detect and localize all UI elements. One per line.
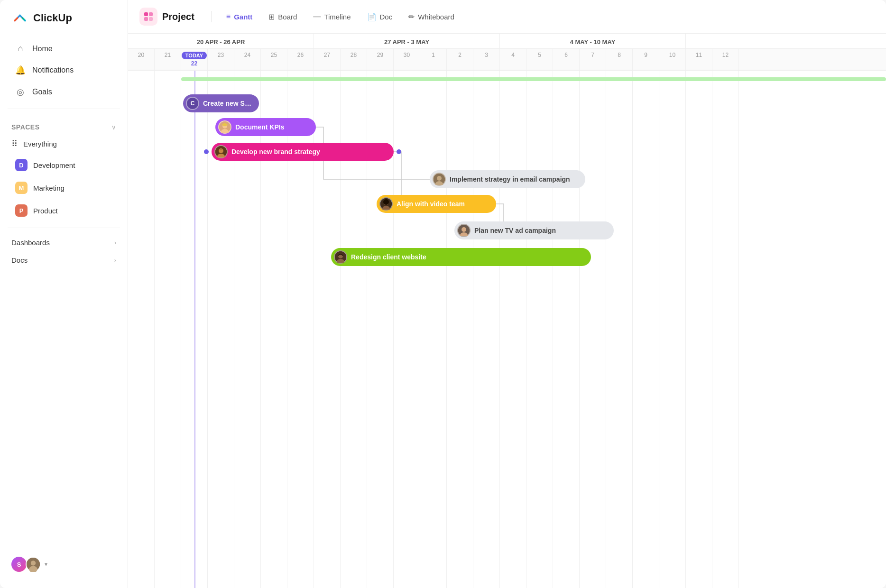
bell-icon: 🔔 <box>15 65 26 75</box>
gantt-day-21: 21 <box>155 49 181 70</box>
drag-dot-left[interactable] <box>204 149 209 154</box>
sidebar-item-product[interactable]: P Product <box>4 200 124 221</box>
home-icon: ⌂ <box>15 44 26 54</box>
spaces-label: Spaces <box>11 123 40 131</box>
spaces-chevron-icon[interactable]: ∨ <box>111 124 116 131</box>
gantt-day-9: 9 <box>633 49 659 70</box>
board-icon: ⊞ <box>268 12 275 21</box>
docs-label: Docs <box>11 256 28 264</box>
gantt-header: 20 APR - 26 APR27 APR - 3 MAY4 MAY - 10 … <box>128 34 886 71</box>
task-label-4: Align with video team <box>397 200 465 208</box>
svg-point-15 <box>437 176 442 181</box>
tab-doc[interactable]: 📄 Doc <box>360 9 399 25</box>
avatar-s: S <box>11 557 27 572</box>
dashboards-section[interactable]: Dashboards › <box>0 234 128 251</box>
logo-area: ClickUp <box>0 9 128 38</box>
gantt-grid-col-19 <box>633 71 659 588</box>
sidebar: ClickUp ⌂ Home 🔔 Notifications ◎ Goals S… <box>0 0 128 588</box>
gantt-body: CCreate new SLA for clientDocument KPIsD… <box>128 71 886 588</box>
main-content: Project ≡ Gantt ⊞ Board — Timeline 📄 Doc… <box>128 0 886 588</box>
gantt-day-5: 5 <box>526 49 553 70</box>
gantt-day-6: 6 <box>553 49 580 70</box>
task-avatar-6 <box>334 250 347 264</box>
gantt-day-4: 4 <box>500 49 526 70</box>
gantt-day-1: 1 <box>420 49 447 70</box>
task-avatar-1 <box>218 120 231 134</box>
progress-bar <box>181 77 886 81</box>
marketing-label: Marketing <box>33 184 65 192</box>
gantt-grid-col-18 <box>606 71 633 588</box>
gantt-period-0: 20 APR - 26 APR <box>128 34 314 48</box>
tab-whiteboard-label: Whiteboard <box>418 13 454 21</box>
gantt-icon: ≡ <box>226 12 231 21</box>
task-avatar-3 <box>433 173 446 186</box>
task-bar-1[interactable]: Document KPIs <box>215 118 316 136</box>
gantt-day-2: 2 <box>447 49 473 70</box>
sidebar-item-marketing[interactable]: M Marketing <box>4 177 124 199</box>
sidebar-item-development[interactable]: D Development <box>4 154 124 176</box>
gantt-chart: 20 APR - 26 APR27 APR - 3 MAY4 MAY - 10 … <box>128 34 886 588</box>
task-bar-2[interactable]: Develop new brand strategy <box>212 143 394 161</box>
tab-divider <box>212 11 212 22</box>
today-vertical-line <box>194 71 195 588</box>
gantt-period-2: 4 MAY - 10 MAY <box>500 34 686 48</box>
gantt-grid-col-1 <box>155 71 181 588</box>
timeline-icon: — <box>313 12 321 21</box>
doc-icon: 📄 <box>367 12 377 21</box>
sidebar-item-everything[interactable]: ⠿ Everything <box>0 134 128 154</box>
gantt-day-26: 26 <box>287 49 314 70</box>
docs-section[interactable]: Docs › <box>0 251 128 269</box>
drag-dot-right[interactable] <box>397 149 401 154</box>
svg-rect-3 <box>144 12 148 16</box>
gantt-grid-col-15 <box>526 71 553 588</box>
task-bar-0[interactable]: CCreate new SLA for client <box>183 94 259 112</box>
tab-doc-label: Doc <box>380 13 393 21</box>
nav-home-label: Home <box>32 45 53 53</box>
svg-rect-4 <box>149 12 153 16</box>
goals-icon: ◎ <box>15 87 26 97</box>
gantt-day-27: 27 <box>314 49 341 70</box>
svg-point-20 <box>383 199 389 205</box>
user-area[interactable]: S ▾ <box>0 550 128 579</box>
tab-gantt-label: Gantt <box>234 13 252 21</box>
task-bar-5[interactable]: Plan new TV ad campaign <box>454 221 614 239</box>
sidebar-item-notifications[interactable]: 🔔 Notifications <box>4 60 124 81</box>
sidebar-divider-2 <box>8 228 120 228</box>
task-label-0: Create new SLA for client <box>203 100 253 107</box>
gantt-day-3: 3 <box>473 49 500 70</box>
nav-notifications-label: Notifications <box>32 66 74 74</box>
today-tag: TODAY <box>182 52 207 59</box>
tab-timeline-label: Timeline <box>324 13 351 21</box>
topbar: Project ≡ Gantt ⊞ Board — Timeline 📄 Doc… <box>128 0 886 34</box>
gantt-day-12: 12 <box>712 49 739 70</box>
gantt-day-8: 8 <box>606 49 633 70</box>
task-bar-4[interactable]: Align with video team <box>377 195 496 213</box>
gantt-day-23: 23 <box>208 49 234 70</box>
tab-whiteboard[interactable]: ✏ Whiteboard <box>402 9 461 25</box>
gantt-grid-col-10 <box>394 71 420 588</box>
gantt-grid-col-12 <box>447 71 473 588</box>
clickup-logo-icon <box>11 9 28 27</box>
task-label-1: Document KPIs <box>235 123 284 131</box>
sidebar-item-home[interactable]: ⌂ Home <box>4 38 124 59</box>
tab-timeline[interactable]: — Timeline <box>306 9 357 24</box>
project-tab: Project <box>139 8 194 26</box>
tab-gantt[interactable]: ≡ Gantt <box>220 9 259 24</box>
tab-board[interactable]: ⊞ Board <box>262 9 304 25</box>
gantt-day-10: 10 <box>659 49 686 70</box>
svg-point-10 <box>222 123 228 126</box>
task-avatar-4 <box>379 197 393 211</box>
product-badge: P <box>15 204 28 217</box>
nav-goals-label: Goals <box>32 88 52 96</box>
development-label: Development <box>33 161 75 169</box>
tab-board-label: Board <box>278 13 297 21</box>
user-dropdown-icon: ▾ <box>45 561 47 568</box>
task-bar-3[interactable]: Implement strategy in email campaign <box>430 170 585 188</box>
gantt-period-row: 20 APR - 26 APR27 APR - 3 MAY4 MAY - 10 … <box>128 34 886 49</box>
gantt-grid-col-14 <box>500 71 526 588</box>
avatar-photo <box>26 557 41 572</box>
gantt-day-29: 29 <box>367 49 394 70</box>
sidebar-item-goals[interactable]: ◎ Goals <box>4 82 124 102</box>
task-bar-6[interactable]: Redesign client website <box>331 248 591 266</box>
docs-chevron-icon: › <box>114 257 116 264</box>
